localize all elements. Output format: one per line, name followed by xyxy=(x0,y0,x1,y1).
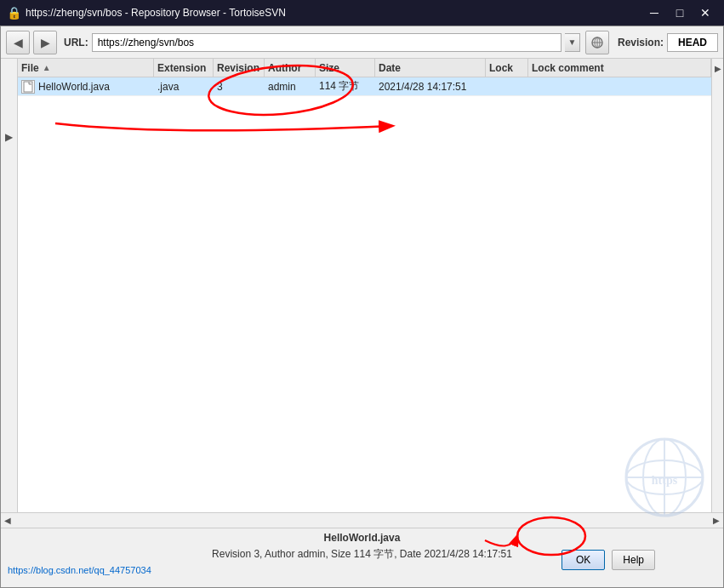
column-headers: File ▲ Extension Revision Author Size xyxy=(18,59,711,77)
file-cell-lock xyxy=(486,77,528,95)
col-header-lock[interactable]: Lock xyxy=(486,59,528,77)
forward-button[interactable]: ▶ xyxy=(33,31,57,54)
table-row[interactable]: HelloWorld.java .java 3 admin 114 字节 202… xyxy=(18,77,711,96)
restore-button[interactable]: □ xyxy=(668,4,692,21)
revision-label: Revision: xyxy=(618,37,664,49)
file-cell-lockcomment xyxy=(528,77,711,95)
globe-icon xyxy=(590,36,604,49)
sidebar-expand-arrow[interactable]: ▶ xyxy=(3,130,16,144)
file-cell-rev: 3 xyxy=(214,77,265,95)
right-sidebar-arrow[interactable]: ▶ xyxy=(713,62,723,75)
ok-button[interactable]: OK xyxy=(562,550,605,570)
svg-rect-4 xyxy=(24,82,32,92)
file-list-area: File ▲ Extension Revision Author Size xyxy=(18,59,711,512)
revision-input[interactable] xyxy=(667,33,718,52)
file-cell-size: 114 字节 xyxy=(316,77,375,95)
scroll-left-button[interactable]: ◀ xyxy=(4,516,11,525)
window-title: https://zheng/svn/bos - Repository Brows… xyxy=(26,7,286,19)
url-input[interactable] xyxy=(92,33,562,52)
scroll-right-button[interactable]: ▶ xyxy=(713,516,720,525)
status-buttons: OK Help xyxy=(562,550,655,570)
status-filename: HelloWorld.java xyxy=(324,532,401,544)
toolbar: ◀ ▶ URL: ▼ Revision: xyxy=(1,26,723,59)
col-header-rev[interactable]: Revision xyxy=(214,59,265,77)
window-controls: ─ □ ✕ xyxy=(642,4,717,21)
sidebar-expand: ▶ xyxy=(1,59,18,512)
file-cell-date: 2021/4/28 14:17:51 xyxy=(375,77,486,95)
go-button[interactable] xyxy=(585,31,609,54)
file-rows: HelloWorld.java .java 3 admin 114 字节 202… xyxy=(18,77,711,512)
url-label: URL: xyxy=(64,37,88,49)
col-header-date[interactable]: Date xyxy=(375,59,486,77)
col-header-lockcomment[interactable]: Lock comment xyxy=(528,59,711,77)
main-window: ◀ ▶ URL: ▼ Revision: ▶ xyxy=(0,26,724,588)
file-cell-author: admin xyxy=(265,77,316,95)
url-dropdown-button[interactable]: ▼ xyxy=(565,33,580,52)
minimize-button[interactable]: ─ xyxy=(642,4,666,21)
title-bar: 🔒 https://zheng/svn/bos - Repository Bro… xyxy=(0,0,724,26)
status-url: https://blog.csdn.net/qq_44757034 xyxy=(8,565,151,575)
file-cell-ext: .java xyxy=(154,77,214,95)
file-cell-name: HelloWorld.java xyxy=(18,77,154,95)
back-button[interactable]: ◀ xyxy=(6,31,30,54)
close-button[interactable]: ✕ xyxy=(693,4,717,21)
sort-arrow-file: ▲ xyxy=(43,63,51,72)
app-icon: 🔒 xyxy=(7,6,20,20)
file-icon xyxy=(21,80,35,94)
col-header-ext[interactable]: Extension xyxy=(154,59,214,77)
col-header-author[interactable]: Author xyxy=(265,59,316,77)
right-sidebar: ▶ xyxy=(711,59,723,512)
status-details: Revision 3, Author admin, Size 114 字节, D… xyxy=(212,547,512,562)
help-button[interactable]: Help xyxy=(612,550,655,570)
bottom-expand-bar: ◀ ▶ xyxy=(1,512,723,528)
content-area: ▶ File ▲ Extension Revision xyxy=(1,59,723,512)
col-header-file[interactable]: File ▲ xyxy=(18,59,154,77)
status-bar: HelloWorld.java Revision 3, Author admin… xyxy=(1,528,723,587)
col-header-size[interactable]: Size xyxy=(316,59,375,77)
